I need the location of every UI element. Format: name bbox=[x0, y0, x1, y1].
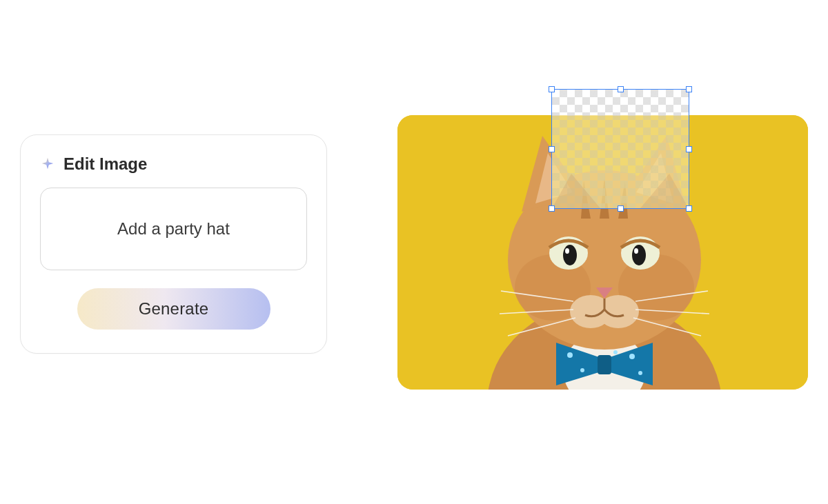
svg-point-14 bbox=[563, 245, 577, 265]
svg-point-15 bbox=[632, 245, 646, 265]
resize-handle-top[interactable] bbox=[618, 86, 624, 92]
resize-handle-bottom-right[interactable] bbox=[686, 205, 692, 212]
resize-handle-bottom-left[interactable] bbox=[549, 205, 555, 212]
resize-handle-left[interactable] bbox=[549, 146, 555, 152]
sparkle-icon bbox=[40, 157, 55, 172]
prompt-input[interactable] bbox=[57, 219, 290, 239]
resize-handle-right[interactable] bbox=[686, 146, 692, 152]
svg-point-16 bbox=[565, 248, 569, 254]
resize-handle-bottom[interactable] bbox=[618, 205, 624, 212]
selection-overlay bbox=[552, 116, 689, 208]
generate-button[interactable]: Generate bbox=[77, 288, 270, 330]
image-canvas[interactable] bbox=[397, 115, 808, 390]
svg-rect-3 bbox=[598, 355, 611, 374]
svg-point-5 bbox=[580, 368, 584, 372]
resize-handle-top-left[interactable] bbox=[549, 86, 555, 92]
ear-ghost-right-icon bbox=[640, 174, 689, 208]
svg-point-4 bbox=[567, 352, 573, 358]
svg-point-8 bbox=[613, 350, 618, 354]
svg-point-7 bbox=[638, 371, 642, 375]
resize-handle-top-right[interactable] bbox=[686, 86, 692, 92]
ear-ghost-left-icon bbox=[552, 174, 600, 208]
svg-point-17 bbox=[634, 248, 638, 254]
svg-point-6 bbox=[629, 354, 635, 359]
selection-box[interactable] bbox=[551, 89, 689, 209]
panel-header: Edit Image bbox=[40, 154, 307, 174]
edit-image-panel: Edit Image Generate bbox=[20, 134, 327, 354]
prompt-input-container[interactable] bbox=[40, 188, 307, 270]
panel-title: Edit Image bbox=[63, 154, 147, 174]
